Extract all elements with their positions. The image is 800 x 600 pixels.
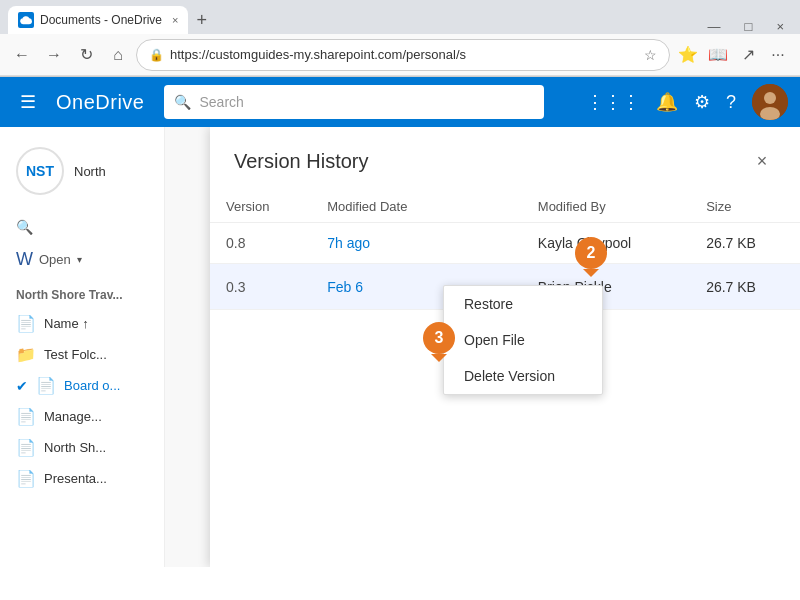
doc-icon: 📄 — [16, 314, 36, 333]
forward-button[interactable]: → — [40, 41, 68, 69]
sidebar-item-manage[interactable]: 📄 Manage... — [0, 401, 164, 432]
sidebar-item-label: Board o... — [64, 378, 120, 393]
size-cell: 26.7 KB — [690, 264, 800, 310]
word-icon: W — [16, 249, 33, 270]
onedrive-logo: OneDrive — [56, 91, 144, 114]
reader-icon[interactable]: 📖 — [704, 41, 732, 69]
header-right: ⋮⋮⋮ 🔔 ⚙ ? — [586, 84, 788, 120]
notifications-icon[interactable]: 🔔 — [656, 91, 678, 113]
version-cell: 0.8 — [210, 223, 311, 264]
nst-logo: NST — [16, 147, 64, 195]
close-button[interactable]: × — [748, 147, 776, 175]
onedrive-header: ☰ OneDrive 🔍 Search ⋮⋮⋮ 🔔 ⚙ ? — [0, 77, 800, 127]
date-cell: Feb 6 — [311, 264, 462, 310]
close-tab-button[interactable]: × — [172, 14, 178, 26]
doc-icon: 📄 — [36, 376, 56, 395]
sidebar-item-name[interactable]: 📄 Name ↑ — [0, 308, 164, 339]
main-layout: NST North 🔍 W Open ▾ North Shore Trav...… — [0, 127, 800, 567]
settings-icon[interactable]: ⚙ — [694, 91, 710, 113]
sidebar-item-label: Presenta... — [44, 471, 107, 486]
ppt-icon: 📄 — [16, 469, 36, 488]
minimize-button[interactable]: — — [700, 19, 729, 34]
bookmark-icon[interactable]: ☆ — [644, 47, 657, 63]
browser-tab[interactable]: Documents - OneDrive × — [8, 6, 188, 34]
vh-header: Version History × — [210, 127, 800, 191]
svg-point-1 — [764, 92, 776, 104]
col-modified-date: Modified Date — [311, 191, 462, 223]
new-tab-button[interactable]: + — [188, 6, 215, 34]
toolbar-actions: ⭐ 📖 ↗ ··· — [674, 41, 792, 69]
col-size: Size — [690, 191, 800, 223]
search-placeholder: Search — [199, 94, 243, 110]
share-icon[interactable]: ↗ — [734, 41, 762, 69]
maximize-button[interactable]: □ — [737, 19, 761, 34]
col-version: Version — [210, 191, 311, 223]
more-icon[interactable]: ··· — [764, 41, 792, 69]
col-spacer — [462, 191, 522, 223]
sidebar-search-button[interactable]: 🔍 — [0, 211, 164, 243]
context-menu: Restore Open File Delete Version — [443, 285, 603, 395]
check-icon: ✔ — [16, 378, 28, 394]
address-icons: ☆ — [644, 47, 657, 63]
doc-icon: 📄 — [16, 438, 36, 457]
apps-icon[interactable]: ⋮⋮⋮ — [586, 91, 640, 113]
doc-icon: 📄 — [16, 407, 36, 426]
url-text: https://customguides-my.sharepoint.com/p… — [170, 47, 638, 62]
date-link[interactable]: 7h ago — [327, 235, 370, 251]
delete-version-menu-item[interactable]: Delete Version — [444, 358, 602, 394]
search-box[interactable]: 🔍 Search — [164, 85, 544, 119]
window-controls: — □ × — [700, 19, 792, 34]
version-cell: 0.3 — [210, 264, 311, 310]
refresh-button[interactable]: ↻ — [72, 41, 100, 69]
home-button[interactable]: ⌂ — [104, 41, 132, 69]
tab-title: Documents - OneDrive — [40, 13, 162, 27]
sidebar-item-label: North Sh... — [44, 440, 106, 455]
col-modified-by: Modified By — [522, 191, 690, 223]
vh-title: Version History — [234, 150, 369, 173]
sidebar-section-title: North Shore Trav... — [0, 276, 164, 308]
tab-bar: Documents - OneDrive × + — □ × — [0, 0, 800, 34]
onedrive-favicon — [18, 12, 34, 28]
user-avatar[interactable] — [752, 84, 788, 120]
sidebar: NST North 🔍 W Open ▾ North Shore Trav...… — [0, 127, 165, 567]
browser-toolbar: ← → ↻ ⌂ 🔒 https://customguides-my.sharep… — [0, 34, 800, 76]
size-cell: 26.7 KB — [690, 223, 800, 264]
help-icon[interactable]: ? — [726, 92, 736, 113]
action-cell — [462, 223, 522, 264]
sidebar-item-label: Manage... — [44, 409, 102, 424]
sidebar-item-board[interactable]: ✔ 📄 Board o... — [0, 370, 164, 401]
table-header-row: Version Modified Date Modified By Size — [210, 191, 800, 223]
search-icon: 🔍 — [174, 94, 191, 110]
open-file-menu-item[interactable]: Open File — [444, 322, 602, 358]
org-name: North — [74, 164, 106, 179]
step-badge-2: 2 — [575, 237, 607, 269]
restore-menu-item[interactable]: Restore — [444, 286, 602, 322]
date-cell: 7h ago — [311, 223, 462, 264]
date-link[interactable]: Feb 6 — [327, 279, 363, 295]
table-row: 0.8 7h ago Kayla Claypool 26.7 KB — [210, 223, 800, 264]
back-button[interactable]: ← — [8, 41, 36, 69]
sidebar-item-presenta[interactable]: 📄 Presenta... — [0, 463, 164, 494]
sidebar-search-icon: 🔍 — [16, 219, 33, 235]
favorites-icon[interactable]: ⭐ — [674, 41, 702, 69]
sidebar-open-button[interactable]: W Open ▾ — [0, 243, 164, 276]
hamburger-menu[interactable]: ☰ — [12, 86, 44, 118]
sidebar-item-label: Name ↑ — [44, 316, 89, 331]
sidebar-item-test[interactable]: 📁 Test Folc... — [0, 339, 164, 370]
lock-icon: 🔒 — [149, 48, 164, 62]
content-area: Version History × Version Modified Date … — [165, 127, 800, 567]
sidebar-logo-area: NST North — [0, 135, 164, 211]
folder-icon: 📁 — [16, 345, 36, 364]
sidebar-item-north[interactable]: 📄 North Sh... — [0, 432, 164, 463]
step-badge-3: 3 — [423, 322, 455, 354]
address-bar[interactable]: 🔒 https://customguides-my.sharepoint.com… — [136, 39, 670, 71]
sidebar-item-label: Test Folc... — [44, 347, 107, 362]
window-close-button[interactable]: × — [768, 19, 792, 34]
